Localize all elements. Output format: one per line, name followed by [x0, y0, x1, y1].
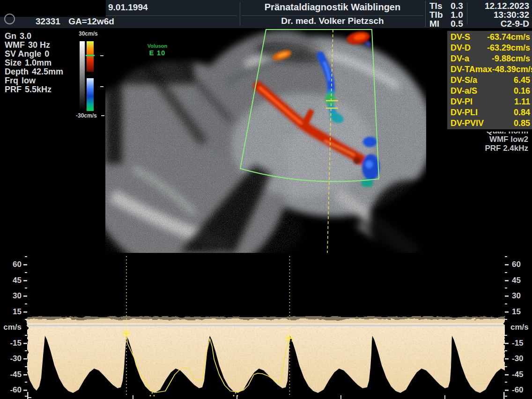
color-scale-tick-3 — [101, 115, 104, 116]
spectral-doppler-display — [22, 255, 510, 399]
caliper-marker-1[interactable] — [123, 330, 130, 337]
ge-logo-icon — [4, 14, 15, 24]
param-gain: Gn3.0 — [5, 32, 63, 41]
color-scale-max-label: 30cm/s — [79, 30, 98, 37]
param-prf: PRF5.5kHz — [5, 85, 63, 94]
left-axis-label-30: 30 — [1, 291, 22, 301]
right-axis-label-m30: -30 — [512, 354, 532, 364]
left-axis-label-m60: -60 — [1, 385, 22, 395]
param-wmf: WMF30 Hz — [5, 41, 63, 50]
left-axis-label-45: 45 — [1, 275, 22, 286]
physician-name: Dr. med. Volker Pietzsch — [240, 16, 425, 26]
left-axis-label-60: 60 — [1, 259, 22, 270]
result-row-dv-tamax: DV-TAmax-48.39cm/s — [447, 64, 532, 75]
brand-e10: E 10 — [145, 49, 170, 57]
right-axis-label-15: 15 — [512, 307, 532, 317]
doppler-results-panel: DV-S-63.74cm/s DV-D-63.29cm/s DV-a-9.88c… — [447, 31, 532, 129]
right-axis-label-30: 30 — [512, 291, 532, 301]
tib-value: 1.0 — [451, 10, 463, 20]
patient-id: 32331 — [36, 16, 60, 26]
left-axis-label-m45: -45 — [1, 369, 22, 380]
left-axis-label-m15: -15 — [1, 338, 22, 348]
bmode-parameter-panel: Gn3.0 WMF30 Hz SV Angle0 Size1.0mm Depth… — [5, 32, 63, 94]
color-bar-positive — [87, 41, 94, 72]
result-row-dv-d: DV-D-63.29cm/s — [447, 43, 532, 53]
patient-id-row: 32331 GA=12w6d — [36, 16, 114, 27]
wmf-marker-line — [86, 55, 95, 56]
left-axis-unit: cm/s — [1, 322, 22, 332]
clinic-name: Pränataldiagnostik Waiblingen — [240, 2, 425, 13]
tis-value: 0.3 — [451, 1, 463, 11]
result-row-dv-pli: DV-PLI0.84 — [447, 107, 532, 118]
color-scale-tick-1 — [100, 55, 103, 56]
bmode-image — [105, 28, 426, 253]
grayscale-bar — [80, 41, 85, 111]
header-bar: 9.01.1994 32331 GA=12w6d Pränataldiagnos… — [0, 0, 532, 28]
ultrasound-screen: 9.01.1994 32331 GA=12w6d Pränataldiagnos… — [0, 0, 532, 399]
color-scale-tick-2 — [100, 86, 103, 87]
left-axis-label-15: 15 — [1, 307, 22, 317]
param-depth: Depth42.5mm — [5, 67, 63, 76]
ti-row-mi: MI 0.5 — [429, 19, 463, 29]
color-bar-negative — [87, 78, 94, 111]
result-row-dv-s: DV-S-63.74cm/s — [447, 32, 532, 43]
color-scale-min-label: -30cm/s — [76, 112, 97, 119]
result-row-dv-sa: DV-S/a6.45 — [447, 75, 532, 86]
right-axis-label-60: 60 — [512, 259, 532, 270]
right-axis-unit: cm/s — [510, 322, 531, 332]
right-axis-label-45: 45 — [512, 275, 532, 286]
param-sv-angle: SV Angle0 — [5, 50, 63, 59]
left-axis-label-m30: -30 — [1, 354, 22, 364]
header-vdivider-3 — [467, 3, 467, 24]
pw-wall-filter: WMF low2 — [467, 135, 528, 144]
brand-voluson: Voluson — [145, 43, 170, 49]
pw-prf: PRF 2.4kHz — [467, 144, 528, 153]
right-axis-label-m60: -60 — [512, 385, 532, 395]
result-row-dv-pviv: DV-PVIV0.85 — [447, 118, 532, 129]
redaction-box — [0, 0, 106, 17]
result-row-dv-as: DV-a/S0.16 — [447, 86, 532, 96]
param-size: Size1.0mm — [5, 59, 63, 67]
result-row-dv-a: DV-a-9.88cm/s — [447, 53, 532, 64]
header-vdivider-2 — [425, 1, 426, 27]
mi-value: 0.5 — [451, 19, 463, 29]
spectrum-baseline[interactable] — [27, 325, 505, 326]
right-axis-label-m15: -15 — [512, 338, 532, 348]
param-frq: Frqlow — [5, 76, 63, 85]
right-axis-label-m45: -45 — [512, 369, 532, 380]
patient-dob: 9.01.1994 — [108, 2, 148, 13]
probe-name: C2-9-D — [468, 19, 529, 29]
mi-label: MI — [429, 19, 448, 29]
result-row-dv-pi: DV-PI1.11 — [447, 96, 532, 107]
gestational-age: GA=12w6d — [68, 16, 114, 26]
caliper-marker-2[interactable] — [286, 334, 293, 341]
